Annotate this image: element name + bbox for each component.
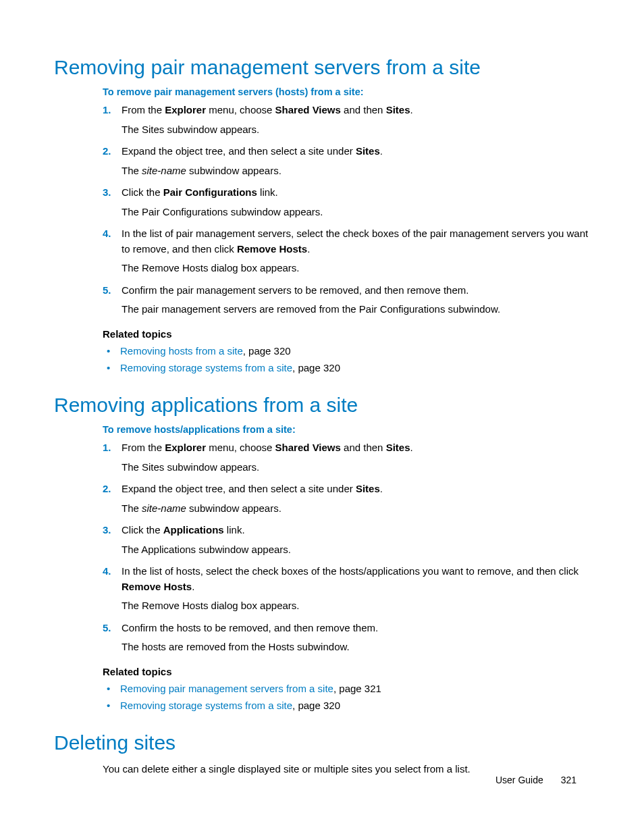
- step-1-body: From the Explorer menu, choose Shared Vi…: [122, 440, 590, 456]
- link-removing-hosts[interactable]: Removing hosts from a site: [120, 345, 243, 357]
- related-item: Removing pair management servers from a …: [103, 681, 590, 696]
- related-heading-1: Related topics: [103, 328, 590, 340]
- page-footer: User Guide 321: [495, 775, 576, 785]
- step-2-body: Expand the object tree, and then select …: [122, 144, 590, 159]
- step-4-note: The Remove Hosts dialog box appears.: [122, 261, 590, 276]
- step-5: Confirm the hosts to be removed, and the…: [103, 621, 590, 655]
- footer-label: User Guide: [495, 775, 543, 785]
- step-4: In the list of pair management servers, …: [103, 226, 590, 276]
- step-3-body: Click the Applications link.: [122, 523, 590, 538]
- related-list-1: Removing hosts from a site, page 320 Rem…: [103, 344, 590, 376]
- step-5-body: Confirm the pair management servers to b…: [122, 283, 590, 298]
- step-3-note: The Applications subwindow appears.: [122, 542, 590, 558]
- step-3: Click the Pair Configurations link. The …: [103, 185, 590, 219]
- step-4-body: In the list of hosts, select the check b…: [122, 564, 590, 594]
- related-item: Removing storage systems from a site, pa…: [103, 361, 590, 375]
- step-5-note: The pair management servers are removed …: [122, 302, 590, 317]
- step-5: Confirm the pair management servers to b…: [103, 283, 590, 317]
- step-2-body: Expand the object tree, and then select …: [122, 481, 590, 497]
- step-2: Expand the object tree, and then select …: [103, 144, 590, 178]
- steps-remove-pair: From the Explorer menu, choose Shared Vi…: [103, 103, 590, 317]
- step-3: Click the Applications link. The Applica…: [103, 523, 590, 557]
- step-1-body: From the Explorer menu, choose Shared Vi…: [122, 103, 590, 118]
- step-2-note: The site-name subwindow appears.: [122, 501, 590, 517]
- intro-remove-apps: To remove hosts/applications from a site…: [103, 424, 590, 435]
- heading-removing-applications: Removing applications from a site: [54, 393, 590, 417]
- related-heading-2: Related topics: [103, 666, 590, 677]
- heading-deleting-sites: Deleting sites: [54, 731, 590, 755]
- intro-remove-pair: To remove pair management servers (hosts…: [103, 86, 590, 97]
- step-2: Expand the object tree, and then select …: [103, 481, 590, 516]
- related-list-2: Removing pair management servers from a …: [103, 681, 590, 714]
- step-3-body: Click the Pair Configurations link.: [122, 185, 590, 201]
- step-4-note: The Remove Hosts dialog box appears.: [122, 598, 590, 614]
- step-5-note: The hosts are removed from the Hosts sub…: [122, 640, 590, 655]
- step-2-note: The site-name subwindow appears.: [122, 163, 590, 179]
- step-1: From the Explorer menu, choose Shared Vi…: [103, 103, 590, 137]
- step-5-body: Confirm the hosts to be removed, and the…: [122, 621, 590, 636]
- step-4-body: In the list of pair management servers, …: [122, 226, 590, 257]
- link-removing-pair-servers[interactable]: Removing pair management servers from a …: [120, 683, 333, 694]
- link-removing-storage-2[interactable]: Removing storage systems from a site: [120, 700, 292, 711]
- related-item: Removing hosts from a site, page 320: [103, 344, 590, 359]
- related-item: Removing storage systems from a site, pa…: [103, 698, 590, 713]
- step-1-note: The Sites subwindow appears.: [122, 122, 590, 138]
- step-1: From the Explorer menu, choose Shared Vi…: [103, 440, 590, 475]
- steps-remove-apps: From the Explorer menu, choose Shared Vi…: [103, 440, 590, 655]
- page-number: 321: [561, 775, 576, 785]
- heading-removing-pair-management: Removing pair management servers from a …: [54, 55, 590, 80]
- link-removing-storage[interactable]: Removing storage systems from a site: [120, 362, 292, 373]
- step-4: In the list of hosts, select the check b…: [103, 564, 590, 614]
- step-3-note: The Pair Configurations subwindow appear…: [122, 205, 590, 220]
- step-1-note: The Sites subwindow appears.: [122, 460, 590, 475]
